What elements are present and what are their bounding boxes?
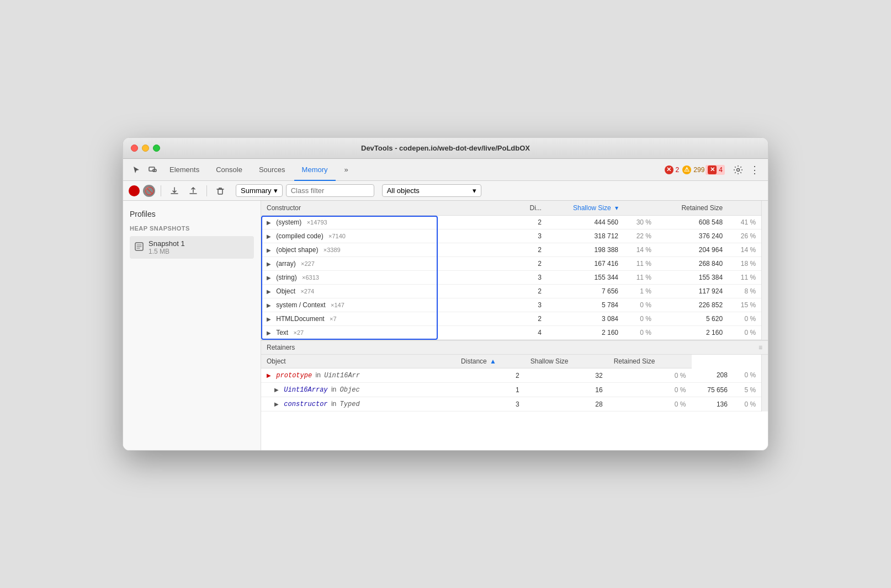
snapshot-item[interactable]: Snapshot 1 1.5 MB bbox=[130, 236, 254, 259]
expand-arrow-icon[interactable]: ▶ bbox=[267, 247, 271, 253]
cursor-icon[interactable] bbox=[129, 162, 144, 178]
table-row[interactable]: ▶ (system) ×14793 2 444 560 30 % 608 548… bbox=[261, 216, 761, 229]
ret-retained-pct-cell: 5 % bbox=[733, 383, 761, 397]
ret-context-word: in bbox=[331, 386, 338, 393]
ret-name[interactable]: Uint16Array bbox=[284, 386, 327, 394]
tab-more[interactable]: » bbox=[337, 159, 356, 181]
expand-arrow-icon[interactable]: ▶ bbox=[267, 302, 271, 308]
retained-pct-cell: 11 % bbox=[728, 271, 761, 285]
col-retained-size[interactable]: Retained Size bbox=[657, 201, 728, 216]
table-row[interactable]: ▶ Text ×27 4 2 160 0 % 2 160 0 % bbox=[261, 326, 761, 340]
record-button[interactable] bbox=[129, 185, 140, 196]
expand-arrow-icon[interactable]: ▶ bbox=[267, 261, 271, 267]
all-objects-dropdown[interactable]: All objects ▾ bbox=[382, 184, 481, 197]
retained-cell: 268 840 bbox=[657, 257, 728, 271]
col-distance[interactable]: Di... bbox=[502, 201, 547, 216]
table-area: Constructor Di... Shallow Size ▾ bbox=[261, 201, 768, 450]
snapshot-name: Snapshot 1 bbox=[148, 239, 185, 248]
expand-arrow-icon[interactable]: ▶ bbox=[267, 316, 271, 322]
expand-arrow-icon[interactable]: ▶ bbox=[267, 220, 271, 226]
distance-cell: 2 bbox=[502, 257, 547, 271]
retained-cell: 226 852 bbox=[657, 298, 728, 312]
expand-arrow-icon[interactable]: ▶ bbox=[267, 275, 271, 281]
constructor-name: HTMLDocument bbox=[276, 315, 324, 323]
ret-name[interactable]: constructor bbox=[284, 400, 327, 408]
table-row[interactable]: ▶ (object shape) ×3389 2 198 388 14 % 20… bbox=[261, 243, 761, 257]
table-row[interactable]: ▶ Object ×274 2 7 656 1 % 117 924 8 % bbox=[261, 285, 761, 298]
shallow-cell: 3 084 bbox=[547, 312, 624, 326]
col-constructor[interactable]: Constructor bbox=[261, 201, 502, 216]
minimize-button[interactable] bbox=[142, 145, 149, 152]
main-toolbar: Elements Console Sources Memory » ✕ 2 ⚠ … bbox=[123, 159, 768, 181]
table-row[interactable]: ▶ (compiled code) ×7140 3 318 712 22 % 3… bbox=[261, 229, 761, 243]
retained-pct-cell: 8 % bbox=[728, 285, 761, 298]
summary-label: Summary bbox=[241, 186, 272, 195]
ret-col-distance[interactable]: Distance ▲ bbox=[455, 355, 525, 368]
ret-object-cell: ▶ constructor in Typed bbox=[261, 397, 455, 411]
svg-rect-3 bbox=[218, 189, 222, 194]
ret-col-retained[interactable]: Retained Size bbox=[608, 355, 692, 368]
toolbar-separator-2 bbox=[206, 185, 207, 196]
maximize-button[interactable] bbox=[153, 145, 160, 152]
close-button[interactable] bbox=[131, 145, 138, 152]
expand-arrow-icon[interactable]: ▶ bbox=[267, 233, 271, 239]
col-shallow-size[interactable]: Shallow Size ▾ bbox=[547, 201, 624, 216]
export-button[interactable] bbox=[167, 183, 182, 199]
expand-arrow-icon[interactable]: ▶ bbox=[267, 372, 271, 378]
import-button[interactable] bbox=[185, 183, 201, 199]
table-row[interactable]: ▶ (string) ×6313 3 155 344 11 % 155 384 … bbox=[261, 271, 761, 285]
constructor-name: system / Context bbox=[276, 301, 325, 309]
table-row[interactable]: ▶ prototype in Uint16Arr 2 32 0 % 208 bbox=[261, 368, 761, 383]
shallow-cell: 5 784 bbox=[547, 298, 624, 312]
retained-pct-cell: 15 % bbox=[728, 298, 761, 312]
ret-shallow-pct-cell: 0 % bbox=[608, 397, 692, 411]
error-badge[interactable]: ✕ 2 bbox=[665, 165, 680, 174]
retained-pct-cell: 0 % bbox=[728, 326, 761, 340]
clear-recording-button[interactable]: 🚫 bbox=[143, 185, 155, 197]
responsive-icon[interactable] bbox=[145, 162, 161, 178]
svg-point-2 bbox=[737, 168, 740, 171]
constructor-name: Object bbox=[276, 287, 295, 295]
ret-col-shallow[interactable]: Shallow Size bbox=[525, 355, 608, 368]
retainers-scrollbar[interactable] bbox=[761, 355, 768, 411]
table-row[interactable]: ▶ constructor in Typed 3 28 0 % 136 bbox=[261, 397, 761, 411]
warn-badge[interactable]: ⚠ 299 bbox=[682, 165, 704, 174]
retainers-table: Object Distance ▲ Shallow Size bbox=[261, 355, 761, 411]
settings-icon[interactable] bbox=[730, 162, 746, 178]
info-badge[interactable]: ✕ 4 bbox=[706, 165, 725, 175]
retainers-sort-asc-icon: ▲ bbox=[490, 357, 496, 365]
tab-console[interactable]: Console bbox=[208, 159, 250, 181]
table-row[interactable]: ▶ HTMLDocument ×7 2 3 084 0 % 5 620 0 % bbox=[261, 312, 761, 326]
table-row[interactable]: ▶ (array) ×227 2 167 416 11 % 268 840 18… bbox=[261, 257, 761, 271]
collect-garbage-button[interactable] bbox=[213, 183, 228, 199]
constructor-count: ×3389 bbox=[323, 247, 341, 253]
expand-arrow-icon[interactable]: ▶ bbox=[274, 387, 279, 393]
shallow-pct-cell: 11 % bbox=[624, 257, 657, 271]
expand-arrow-icon[interactable]: ▶ bbox=[267, 330, 271, 336]
ret-name[interactable]: prototype bbox=[276, 372, 312, 379]
ret-shallow-cell: 28 bbox=[525, 397, 608, 411]
ret-retained-pct-cell: 0 % bbox=[733, 368, 761, 383]
class-filter-input[interactable] bbox=[286, 184, 374, 197]
table-row[interactable]: ▶ system / Context ×147 3 5 784 0 % 226 … bbox=[261, 298, 761, 312]
error-icon: ✕ bbox=[665, 165, 673, 174]
expand-arrow-icon[interactable]: ▶ bbox=[267, 288, 271, 295]
constructor-cell: ▶ (array) ×227 bbox=[261, 257, 502, 271]
retained-cell: 608 548 bbox=[657, 216, 728, 229]
constructor-count: ×227 bbox=[301, 260, 315, 267]
tab-memory[interactable]: Memory bbox=[294, 159, 336, 181]
tab-elements[interactable]: Elements bbox=[162, 159, 207, 181]
table-row[interactable]: ▶ Uint16Array in Objec 1 16 0 % 75 656 bbox=[261, 383, 761, 397]
heap-table: Constructor Di... Shallow Size ▾ bbox=[261, 201, 761, 340]
ret-distance-cell: 2 bbox=[455, 368, 525, 383]
ret-col-object[interactable]: Object bbox=[261, 355, 455, 368]
distance-cell: 3 bbox=[502, 229, 547, 243]
tab-sources[interactable]: Sources bbox=[251, 159, 293, 181]
ret-retained-cell: 75 656 bbox=[692, 383, 733, 397]
upper-scrollbar[interactable] bbox=[761, 201, 768, 340]
summary-dropdown[interactable]: Summary ▾ bbox=[236, 184, 283, 197]
more-icon[interactable]: ⋮ bbox=[747, 162, 762, 178]
ret-ref: Typed bbox=[340, 400, 360, 408]
expand-arrow-icon[interactable]: ▶ bbox=[274, 401, 279, 407]
retained-pct-cell: 14 % bbox=[728, 243, 761, 257]
